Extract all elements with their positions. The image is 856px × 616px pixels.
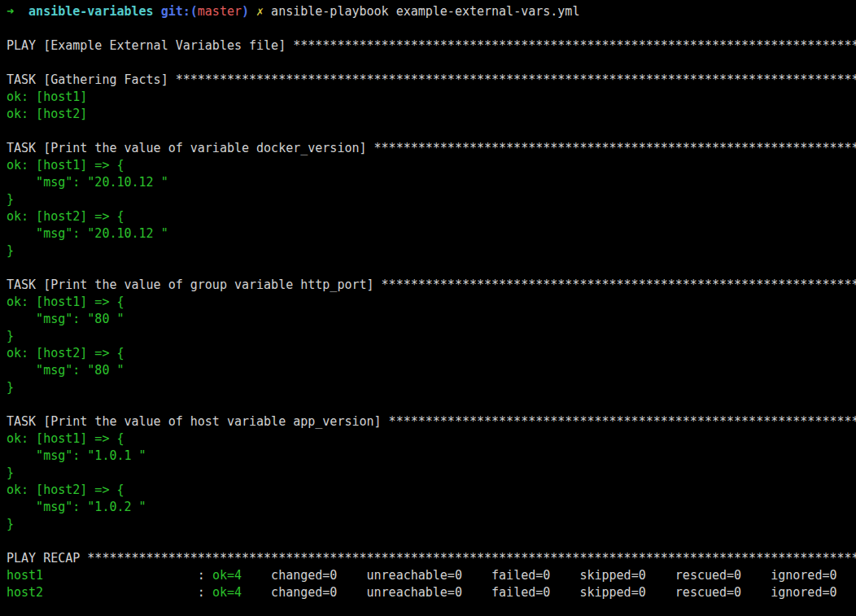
msg-line: "msg": "20.10.12 " [7, 174, 856, 191]
terminal-text [14, 4, 28, 19]
terminal-line [7, 533, 856, 550]
task-banner-app-version: TASK [Print the value of host variable a… [7, 413, 856, 430]
task-result-line: ok: [host2] => { [7, 345, 856, 362]
msg-line: "msg": "80 " [7, 311, 856, 328]
git-dirty-icon: ✗ [256, 4, 264, 19]
task-banner-http-port: TASK [Print the value of group variable … [7, 277, 856, 294]
task-result-line: } [7, 328, 856, 345]
terminal-text: ok: [host2] [7, 107, 87, 121]
terminal-text: } [7, 243, 14, 258]
recap-host: host1 [7, 568, 43, 583]
terminal-text: PLAY RECAP *****************************… [7, 551, 856, 566]
task-result-line: } [7, 242, 856, 260]
terminal-text: "msg": "20.10.12 " [7, 175, 168, 190]
terminal-line [7, 396, 856, 413]
task-result-line: ok: [host2] => { [7, 482, 856, 499]
terminal-text: TASK [Print the value of group variable … [7, 277, 856, 292]
terminal-line [7, 260, 856, 277]
terminal-text: ok: [host2] => { [7, 483, 124, 497]
task-banner-gathering-facts: TASK [Gathering Facts] *****************… [7, 72, 856, 89]
msg-line: "msg": "1.0.1 " [7, 448, 856, 465]
terminal-text: "msg": "80 " [7, 363, 124, 378]
terminal-text: ok: [host1] => { [7, 295, 124, 309]
terminal-text: : [43, 568, 212, 583]
shell-prompt-line: ➜ ansible-variables git:(master) ✗ ansib… [7, 3, 856, 20]
task-result-line: } [7, 516, 856, 533]
terminal-text: ok: [host1] => { [7, 431, 124, 446]
git-branch: master [198, 4, 242, 19]
terminal-text: } [7, 465, 14, 480]
play-banner: PLAY [Example External Variables file] *… [7, 37, 856, 55]
terminal-output: ➜ ansible-variables git:(master) ✗ ansib… [7, 3, 856, 601]
terminal-text: TASK [Gathering Facts] *****************… [7, 72, 856, 87]
terminal-window[interactable]: ➜ ansible-variables git:(master) ✗ ansib… [0, 0, 856, 616]
terminal-text: ok: [host1] => { [7, 158, 124, 173]
terminal-text [154, 4, 161, 19]
terminal-line [7, 55, 856, 72]
task-result-line: } [7, 379, 856, 396]
terminal-text [249, 4, 256, 19]
terminal-text: "msg": "1.0.1 " [7, 448, 146, 463]
task-result-line: ok: [host1] => { [7, 294, 856, 311]
git-suffix: ) [242, 4, 249, 19]
play-recap-banner: PLAY RECAP *****************************… [7, 550, 856, 567]
task-result-line: ok: [host2] [7, 106, 856, 123]
terminal-text: } [7, 380, 14, 395]
recap-row: host1 : ok=4 changed=0 unreachable=0 fai… [7, 567, 856, 584]
task-result-line: ok: [host1] [7, 89, 856, 106]
terminal-text: : [43, 585, 212, 600]
recap-row: host2 : ok=4 changed=0 unreachable=0 fai… [7, 584, 856, 601]
recap-stats: changed=0 unreachable=0 failed=0 skipped… [242, 568, 837, 583]
task-banner-docker-version: TASK [Print the value of variable docker… [7, 140, 856, 157]
terminal-text: PLAY [Example External Variables file] *… [7, 38, 856, 53]
msg-line: "msg": "80 " [7, 362, 856, 379]
terminal-text: } [7, 517, 14, 531]
task-result-line: ok: [host1] => { [7, 157, 856, 174]
prompt-arrow-icon: ➜ [7, 4, 14, 19]
prompt-directory: ansible-variables [28, 4, 154, 19]
terminal-text: } [7, 192, 14, 207]
terminal-line [7, 20, 856, 37]
task-result-line: } [7, 191, 856, 208]
recap-stats: changed=0 unreachable=0 failed=0 skipped… [242, 585, 837, 600]
terminal-text: ok: [host2] => { [7, 209, 124, 224]
git-prefix: git:( [161, 4, 198, 19]
recap-host: host2 [7, 585, 43, 600]
task-result-line: } [7, 465, 856, 482]
terminal-text: "msg": "80 " [7, 312, 124, 326]
terminal-text: TASK [Print the value of variable docker… [7, 141, 856, 155]
recap-ok-count: ok=4 [212, 568, 242, 583]
terminal-text: "msg": "1.0.2 " [7, 500, 146, 514]
task-result-line: ok: [host1] => { [7, 430, 856, 448]
terminal-text: ok: [host2] => { [7, 346, 124, 360]
command-text: ansible-playbook example-external-vars.y… [264, 4, 579, 19]
msg-line: "msg": "20.10.12 " [7, 225, 856, 242]
terminal-line [7, 123, 856, 140]
terminal-text: ok: [host1] [7, 90, 87, 104]
recap-ok-count: ok=4 [212, 585, 242, 600]
msg-line: "msg": "1.0.2 " [7, 499, 856, 516]
terminal-text: TASK [Print the value of host variable a… [7, 414, 856, 429]
terminal-text: } [7, 329, 14, 343]
terminal-text: "msg": "20.10.12 " [7, 226, 168, 241]
task-result-line: ok: [host2] => { [7, 208, 856, 225]
